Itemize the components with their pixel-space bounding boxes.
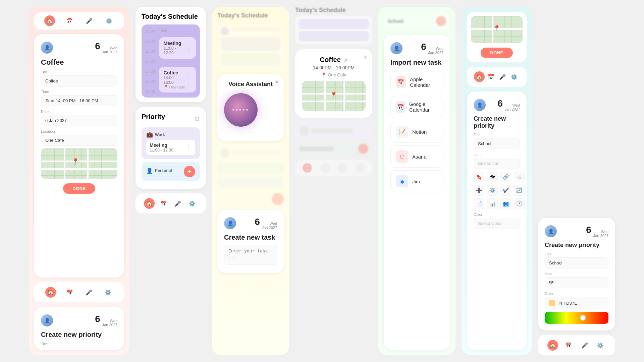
cal-nav[interactable]: 📅 <box>158 198 169 209</box>
icon-refresh[interactable]: 🔄 <box>514 185 525 196</box>
work-priority-item[interactable]: 💼 Work Meeting 11:00 - 12:30 ⋮ <box>142 127 200 159</box>
icon-map[interactable]: 🗺 <box>487 172 498 182</box>
coffee-popup-close[interactable]: ✕ <box>363 54 368 60</box>
icon-label-full: Icon <box>545 272 608 276</box>
list-icon[interactable]: ≡ <box>194 28 196 33</box>
date-num-priority: 6 <box>95 314 100 324</box>
jira-item[interactable]: ◆ Jira <box>390 170 443 192</box>
title-input-full[interactable]: School <box>545 257 608 268</box>
title-input[interactable]: Coffee <box>41 75 117 86</box>
task-menu-icon[interactable]: ⋮ <box>185 44 191 52</box>
home-nav[interactable]: 🏠 <box>144 198 155 209</box>
notion-item[interactable]: 📝 Notion <box>390 121 443 143</box>
icon-people[interactable]: 👥 <box>500 198 511 209</box>
done-button-col6[interactable]: DONE <box>481 48 513 58</box>
title-label: Title <box>41 70 117 74</box>
icon-input-col6[interactable]: Select Icon <box>474 158 520 169</box>
work-meeting-menu[interactable]: ⋮ <box>186 144 192 151</box>
create-task-title: Create new task <box>224 234 277 241</box>
apple-calendar-item[interactable]: 📅 Apple Calendar <box>390 71 443 93</box>
coffee-menu-icon[interactable]: ⋮ <box>185 76 191 83</box>
icon-cloud[interactable]: ☁️ <box>514 172 525 182</box>
title-field-label: Title <box>41 342 117 346</box>
priority-add-icon[interactable]: ⊕ <box>194 115 200 123</box>
date-input[interactable]: 6 Jan 2027 <box>41 115 117 126</box>
coffee-location: 📍 One Cafe <box>164 85 185 89</box>
home-icon[interactable]: 🏠 <box>44 15 55 26</box>
cal-nav-col6[interactable]: 📅 <box>486 71 496 82</box>
asana-icon: ⬡ <box>396 150 408 163</box>
cal-nav-col7[interactable]: 📅 <box>563 340 574 351</box>
school-blurred-top: School <box>384 12 450 30</box>
task-input[interactable] <box>224 245 277 265</box>
coffee-popup-location: 📍 One Cafe <box>302 72 366 77</box>
personal-add-button[interactable]: + <box>184 166 195 177</box>
icon-input-full[interactable]: 🗺 <box>545 277 608 288</box>
time-input[interactable]: Start 14 :00 PM - 16:00 PM <box>41 95 117 106</box>
date-field-label: Date <box>41 110 117 114</box>
meeting-name: Meeting <box>164 41 185 46</box>
coffee-time: 14:00 - 16:00 <box>164 75 185 85</box>
schedule-blurred-header: Today's Schedule <box>217 12 284 19</box>
import-date-label: WedJan 2027 <box>428 47 443 55</box>
mic-nav-col6[interactable]: 🎤 <box>497 71 508 82</box>
mic-icon[interactable]: 🎤 <box>84 15 95 26</box>
calendar-icon[interactable]: 📅 <box>64 15 75 26</box>
external-link-icon[interactable]: ↗ <box>344 58 347 63</box>
asana-item[interactable]: ⬡ Asana <box>390 145 443 168</box>
gear-nav[interactable]: ⚙️ <box>187 198 198 209</box>
time-column: 11:00 12:00 13:00 14:00 15:00 16:00 17:0… <box>146 28 155 94</box>
location-label: Location <box>41 129 117 133</box>
color-input-col6[interactable]: Select Color <box>474 218 520 229</box>
icon-bookmark[interactable]: 🔖 <box>474 172 484 182</box>
color-input-full[interactable]: #FFD37E <box>545 297 608 309</box>
map-preview: 📍 <box>41 148 117 179</box>
gear-icon[interactable]: ⚙️ <box>104 15 114 26</box>
icon-clock1[interactable]: 🕐 <box>514 198 525 209</box>
gear-nav-col7[interactable]: ⚙️ <box>595 340 606 351</box>
meeting-task[interactable]: Meeting 11:00 - 12:30 ⋮ <box>159 37 196 59</box>
coffee-task[interactable]: Coffee 14:00 - 16:00 📍 One Cafe ⋮ <box>159 67 196 93</box>
icon-settings[interactable]: ⚙️ <box>487 185 498 196</box>
icon-link[interactable]: 🔗 <box>500 172 511 182</box>
mic-nav[interactable]: 🎤 <box>172 198 183 209</box>
create-priority-title-col1: Create new priority <box>41 331 117 339</box>
add-blurred <box>217 193 284 205</box>
priority-icon-avatar: 👤 <box>474 99 486 111</box>
icon-plus[interactable]: ➕ <box>474 185 484 196</box>
coffee-name: Coffee <box>164 70 185 75</box>
create-task-date-num: 6 <box>255 217 260 227</box>
home-icon-bottom[interactable]: 🏠 <box>45 287 56 298</box>
title-input-col6[interactable]: School <box>474 138 520 149</box>
coffee-title: Coffee <box>41 58 117 67</box>
mic-icon-bottom[interactable]: 🎤 <box>84 287 94 298</box>
mic-nav-col7[interactable]: 🎤 <box>579 340 590 351</box>
coffee-popup-map: 📍 <box>302 81 366 111</box>
icon-check[interactable]: ✔️ <box>500 185 511 196</box>
import-avatar: 👤 <box>390 42 402 54</box>
gear-icon-bottom[interactable]: ⚙️ <box>103 287 113 298</box>
done-button[interactable]: DONE <box>63 183 95 194</box>
priority-icon-date-num: 6 <box>497 98 503 109</box>
personal-priority-item[interactable]: 👤 Personal + <box>142 162 200 181</box>
task-col-header: Task <box>159 28 167 33</box>
voice-orb[interactable]: ••••• <box>224 93 258 127</box>
create-task-card: 👤 6 WedJan 2027 Create new task <box>217 210 284 273</box>
work-meeting-task[interactable]: Meeting 11:00 - 12:30 ⋮ <box>146 140 195 155</box>
calendar-icon-bottom[interactable]: 📅 <box>64 287 75 298</box>
voice-close-button[interactable]: ✕ <box>275 79 279 85</box>
icon-chart[interactable]: 📊 <box>487 198 498 209</box>
home-nav-col7[interactable]: 🏠 <box>547 340 558 351</box>
gear-nav-col6[interactable]: ⚙️ <box>509 71 520 82</box>
time-label: Time <box>41 90 117 94</box>
icon-doc[interactable]: 📄 <box>474 198 484 209</box>
location-input[interactable]: One Cafe <box>41 135 117 146</box>
date-label-priority: WedJan 2027 <box>102 319 117 327</box>
google-calendar-item[interactable]: 📆 Google Calendar <box>390 96 443 118</box>
meeting-time: 11:00 - 12:30 <box>164 46 185 55</box>
avatar-priority: 👤 <box>41 314 53 326</box>
color-gradient-bar[interactable] <box>545 312 608 324</box>
home-nav-col6[interactable]: 🏠 <box>474 71 485 82</box>
color-thumb[interactable] <box>580 315 586 321</box>
color-swatch <box>549 300 555 306</box>
